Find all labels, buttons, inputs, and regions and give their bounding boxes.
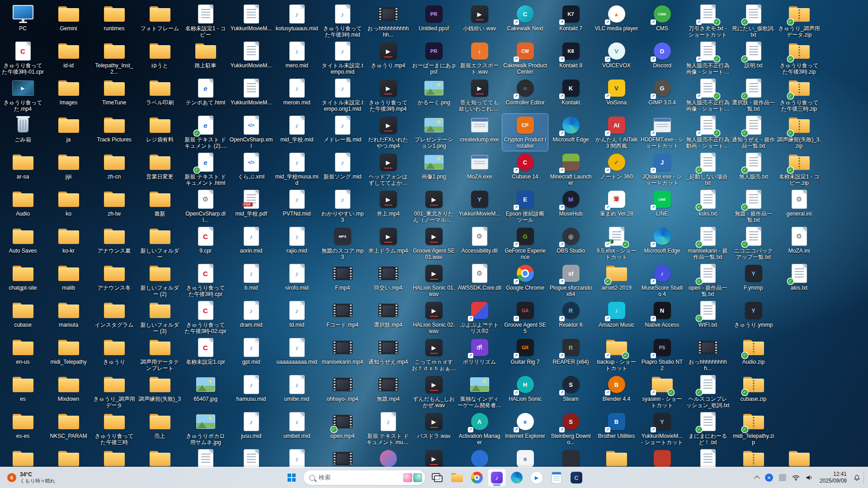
desktop-icon[interactable]: en-us bbox=[0, 336, 46, 373]
desktop-icon[interactable]: Cきゅうり食ってた午後3時-01.cpr bbox=[0, 40, 46, 77]
desktop-icon[interactable]: きゅうり_調声用データ bbox=[91, 373, 137, 410]
desktop-icon[interactable]: S↗Steinberg Downlo... bbox=[548, 410, 594, 447]
desktop-icon[interactable]: 筆↗筆まめ Ver.28 bbox=[594, 188, 639, 225]
desktop-icon[interactable]: ○↗Controller Editor bbox=[502, 77, 548, 114]
desktop-icon[interactable]: ▶井上.mp4 bbox=[365, 188, 411, 225]
desktop-icon[interactable]: ohhayo-.mp4 bbox=[320, 373, 365, 410]
desktop-icon[interactable]: ♪aorin.mid bbox=[228, 225, 274, 262]
desktop-icon[interactable]: ↗HDDFMT.exe - ショートカット bbox=[639, 114, 685, 151]
desktop-icon[interactable]: chatgpt-site bbox=[0, 262, 46, 299]
desktop-icon[interactable]: ✓ヘルスコンプレッション_歌詞.txt bbox=[685, 373, 731, 410]
desktop-icon[interactable]: ▶パスドラ.wav bbox=[411, 410, 457, 447]
desktop-icon[interactable]: YukkuriMovieM... bbox=[228, 40, 274, 77]
desktop-icon[interactable]: R↗Reaktor 6 bbox=[548, 299, 594, 336]
desktop-icon[interactable]: アナウンス冬 bbox=[91, 262, 137, 299]
desktop-icon[interactable]: TimeTune bbox=[91, 77, 137, 114]
desktop-icon[interactable]: PC bbox=[0, 3, 46, 40]
desktop-icon[interactable]: Gemini bbox=[46, 3, 91, 40]
desktop-icon[interactable]: YF.ymmp bbox=[731, 262, 776, 299]
desktop-icon[interactable]: ▶ヘッドフォンはずしててよかった.mp4 bbox=[365, 151, 411, 188]
desktop-icon[interactable]: ✓midi_Telepathy.zip bbox=[731, 410, 776, 447]
taskbar-pin-chrome[interactable] bbox=[468, 469, 486, 487]
desktop-icon[interactable]: PS↗Piapro Studio NT2 bbox=[639, 336, 685, 373]
desktop-icon[interactable]: zh-tw bbox=[91, 188, 137, 225]
desktop-icon[interactable]: ♪rajio.mid bbox=[274, 225, 320, 262]
desktop-icon[interactable]: ♪meroin.mid bbox=[274, 77, 320, 114]
desktop-icon[interactable]: ✓きゅうり食ってた午後三時.zip bbox=[776, 77, 822, 114]
desktop-icon[interactable]: ♪b.mid bbox=[228, 262, 274, 299]
desktop-icon[interactable]: YukkuriMovieM... bbox=[228, 77, 274, 114]
desktop-icon[interactable]: ✓無人販売.txt bbox=[731, 151, 776, 188]
desktop-icon[interactable]: ♪PVTNd.mid bbox=[274, 188, 320, 225]
desktop-icon[interactable]: es-es bbox=[0, 410, 46, 447]
desktop-icon[interactable]: N↗Native Access bbox=[639, 299, 685, 336]
desktop-icon[interactable]: e↗Internet Explorer bbox=[502, 410, 548, 447]
desktop-icon[interactable]: F.mp4 bbox=[320, 262, 365, 299]
desktop-icon[interactable]: D↗Discord bbox=[639, 40, 685, 77]
desktop-icon[interactable]: YYukkuriMovieM... bbox=[457, 188, 502, 225]
desktop-icon[interactable]: V↗VOICEVOX bbox=[594, 40, 639, 77]
taskbar-pin-notepad[interactable] bbox=[547, 469, 566, 487]
desktop-icon[interactable]: ♪わかりやすい.mp3 bbox=[320, 188, 365, 225]
desktop-icon[interactable]: CPCrypton Product Installer bbox=[502, 114, 548, 151]
desktop-icon[interactable]: ✓open.mp4 bbox=[320, 410, 365, 447]
desktop-icon[interactable]: ♪新規 テキスト ドキュメント.musicxml bbox=[365, 410, 411, 447]
desktop-icon[interactable]: X↗✓9.5.xlsx - ショートカット bbox=[594, 225, 639, 262]
desktop-icon[interactable]: プレゼンテーション1.png bbox=[411, 114, 457, 151]
desktop-icon[interactable]: おっhhhhhhhhhhhh... bbox=[365, 3, 411, 40]
desktop-icon[interactable]: id-id bbox=[46, 40, 91, 77]
desktop-icon[interactable]: J↗JQuake.exe - ショートカット bbox=[639, 151, 685, 188]
desktop-icon[interactable]: ✓WIFI.txt bbox=[685, 299, 731, 336]
desktop-icon[interactable]: ▶きゅうり.mp4 bbox=[365, 40, 411, 77]
desktop-icon[interactable]: PRおーばーまにあ.ppsf bbox=[411, 40, 457, 77]
tray-app-button-1[interactable] bbox=[762, 472, 776, 483]
desktop-icon[interactable]: Audio bbox=[0, 188, 46, 225]
desktop-icon[interactable]: ▶HALion Sonic 01.wav bbox=[411, 262, 457, 299]
desktop-icon[interactable]: maniuta bbox=[46, 299, 91, 336]
desktop-icon[interactable]: ♪タイトル未設定.tempo.orig1.mid bbox=[320, 77, 365, 114]
desktop-icon[interactable]: C↗Cakewalk Next bbox=[502, 3, 548, 40]
desktop-icon[interactable]: S↗Steam bbox=[548, 373, 594, 410]
desktop-icon[interactable]: sf↗Plogue sforzando x64 bbox=[548, 262, 594, 299]
desktop-icon[interactable]: ✓cubase.zip bbox=[731, 373, 776, 410]
desktop-icon[interactable]: フォトフレーム bbox=[137, 3, 183, 40]
search-input[interactable]: 検索 bbox=[303, 470, 425, 485]
desktop-icon[interactable]: ✓名称未設定1 - コピー.zip bbox=[776, 151, 822, 188]
taskbar-pin-music-app[interactable] bbox=[488, 469, 506, 487]
desktop-icon[interactable]: E↗Epson 接続診断ツール bbox=[502, 188, 548, 225]
desktop-icon[interactable]: 調声練習(失敗)_3 bbox=[137, 373, 183, 410]
desktop-icon[interactable]: 調声用データテンプレート bbox=[137, 336, 183, 373]
desktop-icon[interactable]: ゆうと bbox=[137, 40, 183, 77]
desktop-icon[interactable]: K7↗Kontakt 7 bbox=[548, 3, 594, 40]
desktop-icon[interactable]: NKSC_PARAM bbox=[46, 410, 91, 447]
desktop-icon[interactable]: ♪mid_学校musa.mid bbox=[274, 151, 320, 188]
desktop-icon[interactable]: R↗REAPER (x64) bbox=[548, 336, 594, 373]
desktop-icon[interactable]: ▶001_東北きりたん（ノーマル）_今しゃ... bbox=[411, 188, 457, 225]
desktop-icon[interactable]: ✓open - 親作品一覧.txt bbox=[685, 262, 731, 299]
desktop-icon[interactable]: ♪mid_学校.mid bbox=[274, 114, 320, 151]
desktop-icon[interactable]: ✓まにまにわーるど！.txt bbox=[685, 410, 731, 447]
desktop-icon[interactable]: cubase bbox=[0, 299, 46, 336]
desktop-icon[interactable]: PDFmid_学校.pdf bbox=[228, 188, 274, 225]
desktop-icon[interactable]: A↗Activation Manager bbox=[457, 410, 502, 447]
taskbar-pin-edge[interactable] bbox=[508, 469, 526, 487]
desktop-icon[interactable]: ♪gpt.mid bbox=[228, 336, 274, 373]
desktop-icon[interactable]: C名称未設定1.cpr bbox=[183, 336, 228, 373]
desktop-icon[interactable]: malib bbox=[46, 262, 91, 299]
desktop-icon[interactable]: きゅうり bbox=[91, 336, 137, 373]
desktop-icon[interactable]: 孤独なインディーゲーム開発者の一生... bbox=[457, 373, 502, 410]
desktop-icon[interactable]: インスタグラム bbox=[91, 299, 137, 336]
desktop-icon[interactable]: C↗Cubase 14 bbox=[502, 151, 548, 188]
desktop-icon[interactable]: おっhhhhhhhhhh... bbox=[685, 336, 731, 373]
desktop-icon[interactable]: ↗✓無人販売不正行為動画 - ショートカット bbox=[685, 114, 731, 151]
desktop-icon[interactable]: ✓Audio.zip bbox=[731, 336, 776, 373]
taskbar-pin-file-explorer[interactable] bbox=[448, 469, 466, 487]
desktop-icon[interactable]: ko-kr bbox=[46, 225, 91, 262]
desktop-icon[interactable]: ko bbox=[46, 188, 91, 225]
desktop-icon[interactable]: ↗✓無人販売不正行為画像 - ショートカット bbox=[685, 77, 731, 114]
desktop-icon[interactable]: ラベル印刷 bbox=[137, 77, 183, 114]
desktop-icon[interactable]: ✓きゅうり_調声用データ.zip bbox=[776, 3, 822, 40]
desktop-icon[interactable]: ポ↗ポリリリズム bbox=[457, 336, 502, 373]
desktop-icon[interactable]: Telepathy_Inst_2... bbox=[91, 40, 137, 77]
desktop-icon[interactable]: Auto Saves bbox=[0, 225, 46, 262]
